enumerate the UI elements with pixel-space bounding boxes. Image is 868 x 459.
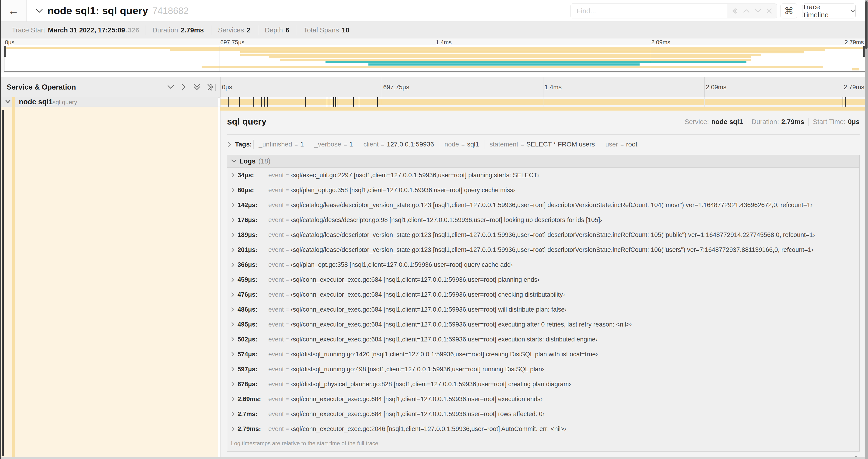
log-field-key: event — [268, 201, 284, 209]
back-button[interactable]: ← — [1, 0, 27, 22]
log-field-key: event — [268, 321, 284, 328]
span-row[interactable]: node sql1 sql query — [1, 97, 868, 107]
chevron-right-icon — [231, 202, 235, 207]
tag-item: user = root — [600, 140, 642, 149]
collapse-one-icon[interactable] — [167, 84, 175, 90]
view-options-dropdown[interactable]: Trace Timeline — [802, 3, 856, 19]
log-entry[interactable]: 2.79ms: event = ‹sql/conn_executor_exec.… — [227, 421, 859, 436]
log-timestamp: 80μs: — [238, 187, 268, 194]
log-tick — [843, 97, 843, 107]
service-value: node sql1 — [711, 118, 743, 126]
minimap-span-bar — [240, 54, 761, 56]
minimap-canvas[interactable] — [4, 46, 866, 72]
column-resizer[interactable] — [211, 84, 216, 91]
expand-one-icon[interactable] — [181, 83, 187, 91]
scrollbar-thumb[interactable] — [865, 1, 868, 49]
log-field-value: ‹sql/conn_executor_exec.go:684 [nsql1,cl… — [291, 306, 567, 313]
log-field-value: ‹sql/conn_executor_exec.go:2046 [nsql1,c… — [291, 425, 566, 433]
log-field-key: event — [268, 381, 284, 388]
logs-header[interactable]: Logs (18) — [227, 155, 859, 168]
left-scrollbar-thumb[interactable] — [2, 110, 4, 456]
equals-sign: = — [343, 141, 347, 148]
chevron-right-icon — [231, 217, 235, 223]
next-match-icon[interactable] — [754, 7, 762, 15]
log-timestamp: 366μs: — [238, 261, 268, 268]
tags-label: Tags: — [235, 141, 252, 148]
axis-tick-label: 2.09ms — [706, 84, 726, 91]
gridline — [543, 97, 544, 107]
log-entry[interactable]: 366μs: event = ‹sql/plan_opt.go:358 [nsq… — [227, 257, 859, 272]
equals-sign: = — [286, 351, 289, 358]
log-tick — [305, 97, 306, 107]
log-tick — [261, 97, 262, 107]
log-entry[interactable]: 201μs: event = ‹sql/catalog/lease/descri… — [227, 242, 859, 257]
equals-sign: = — [286, 276, 289, 283]
span-detail-header: sql query Service: node sql1 Duration: 2… — [227, 117, 860, 130]
summary-value: 2.79ms — [181, 25, 204, 35]
span-row-timeline[interactable] — [220, 97, 866, 107]
equals-sign: = — [381, 141, 384, 148]
scrollbar-track[interactable] — [865, 0, 868, 459]
find-group — [570, 3, 777, 19]
axis-tick-label: 697.75μs — [220, 39, 244, 46]
log-entry[interactable]: 176μs: event = ‹sql/catalog/descs/descri… — [227, 212, 859, 227]
log-tick — [331, 97, 331, 107]
service-label: Service: — [685, 118, 709, 126]
axis-tick-label: 2.79ms — [843, 84, 864, 91]
log-entry[interactable]: 459μs: event = ‹sql/conn_executor_exec.g… — [227, 272, 859, 287]
span-detail-meta: Service: node sql1 Duration: 2.79ms Star… — [680, 118, 860, 126]
log-entry[interactable]: 189μs: event = ‹sql/catalog/lease/descri… — [227, 227, 859, 242]
log-entry[interactable]: 495μs: event = ‹sql/conn_executor_exec.g… — [227, 317, 859, 332]
log-tick — [353, 97, 354, 107]
keyboard-shortcuts-button[interactable]: ⌘ — [780, 3, 797, 19]
minimap-left-scrubber[interactable] — [4, 46, 6, 57]
duration-label: Duration: — [751, 118, 779, 126]
tag-key: client — [363, 141, 378, 148]
log-entry[interactable]: 486μs: event = ‹sql/conn_executor_exec.g… — [227, 302, 859, 317]
log-field-key: event — [268, 411, 284, 418]
tag-value: SELECT * FROM users — [526, 141, 595, 148]
log-timestamp: 34μs: — [238, 172, 268, 179]
summary-value: March 31 2022, 17:25:09 — [48, 25, 125, 35]
log-tick — [333, 97, 334, 107]
summary-item: Trace Start March 31 2022, 17:25:09 .326 — [5, 25, 146, 35]
prev-match-icon[interactable] — [742, 7, 750, 15]
chevron-down-icon[interactable] — [5, 99, 11, 104]
log-timestamp: 142μs: — [238, 201, 268, 209]
log-timestamp: 189μs: — [238, 231, 268, 239]
summary-item: Services 2 — [211, 25, 258, 35]
tag-item: client = 127.0.0.1:59936 — [358, 140, 439, 149]
clear-search-icon[interactable] — [765, 7, 773, 15]
log-entry[interactable]: 574μs: event = ‹sql/distsql_running.go:1… — [227, 347, 859, 362]
tag-key: node — [444, 141, 459, 148]
log-timestamp: 678μs: — [238, 381, 268, 388]
log-entry[interactable]: 80μs: event = ‹sql/plan_opt.go:358 [nsql… — [227, 183, 859, 198]
log-tick — [267, 97, 268, 107]
log-entry[interactable]: 34μs: event = ‹sql/exec_util.go:2297 [ns… — [227, 168, 859, 183]
summary-label: Total Spans — [304, 25, 339, 35]
log-entry[interactable]: 2.69ms: event = ‹sql/conn_executor_exec.… — [227, 392, 859, 406]
minimap-span-bar — [169, 49, 825, 51]
span-row-name-column[interactable]: node sql1 sql query — [1, 97, 218, 107]
log-entry[interactable]: 476μs: event = ‹sql/conn_executor_exec.g… — [227, 287, 859, 302]
chevron-right-icon[interactable] — [227, 141, 232, 147]
log-field-key: event — [268, 306, 284, 313]
start-time-label: Start Time: — [813, 118, 846, 126]
log-entry[interactable]: 678μs: event = ‹sql/distsql_physical_pla… — [227, 377, 859, 392]
summary-item: Total Spans 10 — [297, 25, 357, 35]
tags-row[interactable]: Tags: _unfinished = 1 _verbose = 1 — [227, 140, 860, 149]
axis-tick-label: 2.79ms — [845, 39, 864, 46]
log-entry[interactable]: 142μs: event = ‹sql/catalog/lease/descri… — [227, 198, 859, 212]
equals-sign: = — [286, 321, 289, 328]
log-timestamp: 476μs: — [238, 291, 268, 298]
summary-label: Trace Start — [12, 25, 45, 35]
log-entry[interactable]: 597μs: event = ‹sql/distsql_running.go:4… — [227, 362, 859, 377]
find-input[interactable] — [570, 4, 727, 18]
chevron-down-icon[interactable] — [35, 8, 43, 13]
span-operation-name: sql query — [53, 97, 77, 107]
collapse-all-icon[interactable] — [193, 84, 201, 91]
log-entry[interactable]: 502μs: event = ‹sql/conn_executor_exec.g… — [227, 332, 859, 347]
locate-icon[interactable] — [731, 7, 739, 15]
start-time-value: 0μs — [848, 118, 860, 126]
log-entry[interactable]: 2.7ms: event = ‹sql/conn_executor_exec.g… — [227, 406, 859, 421]
